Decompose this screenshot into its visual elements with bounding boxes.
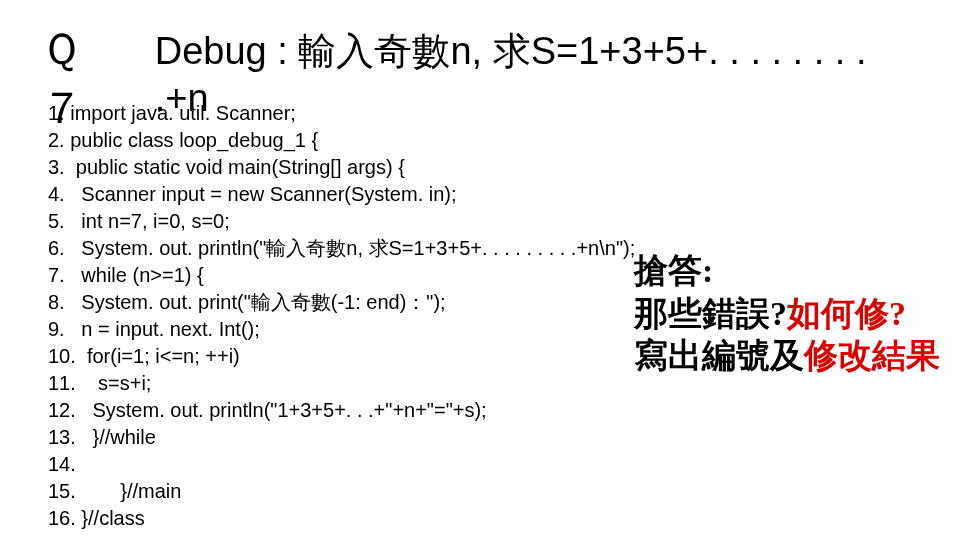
code-line: 4. Scanner input = new Scanner(System. i… <box>48 181 635 208</box>
code-line: 6. System. out. println("輸入奇數n, 求S=1+3+5… <box>48 235 635 262</box>
answer-line-3: 寫出編號及修改結果 <box>634 335 940 378</box>
answer-line-1: 搶答: <box>634 250 940 293</box>
slide: Ｑ７ Debug : 輸入奇數n, 求S=1+3+5+. . . . . . .… <box>0 0 960 540</box>
code-line: 12. System. out. println("1+3+5+. . .+"+… <box>48 397 635 424</box>
code-line: 1. import java. util. Scanner; <box>48 100 635 127</box>
code-line: 3. public static void main(String[] args… <box>48 154 635 181</box>
answer-line-3-black: 寫出編號及 <box>634 337 804 374</box>
code-line: 13. }//while <box>48 424 635 451</box>
answer-line-3-red: 修改結果 <box>804 337 940 374</box>
code-line: 10. for(i=1; i<=n; ++i) <box>48 343 635 370</box>
code-line: 7. while (n>=1) { <box>48 262 635 289</box>
code-line: 9. n = input. next. Int(); <box>48 316 635 343</box>
code-line: 15. }//main <box>48 478 635 505</box>
code-line: 8. System. out. print("輸入奇數(-1: end)："); <box>48 289 635 316</box>
code-line: 5. int n=7, i=0, s=0; <box>48 208 635 235</box>
code-line: 2. public class loop_debug_1 { <box>48 127 635 154</box>
code-line: 14. <box>48 451 635 478</box>
answer-box: 搶答: 那些錯誤?如何修? 寫出編號及修改結果 <box>634 250 940 378</box>
answer-line-2-black: 那些錯誤? <box>634 295 787 332</box>
code-block: 1. import java. util. Scanner; 2. public… <box>48 100 635 532</box>
answer-line-2: 那些錯誤?如何修? <box>634 293 940 336</box>
answer-line-2-red: 如何修? <box>787 295 906 332</box>
code-line: 16. }//class <box>48 505 635 532</box>
code-line: 11. s=s+i; <box>48 370 635 397</box>
